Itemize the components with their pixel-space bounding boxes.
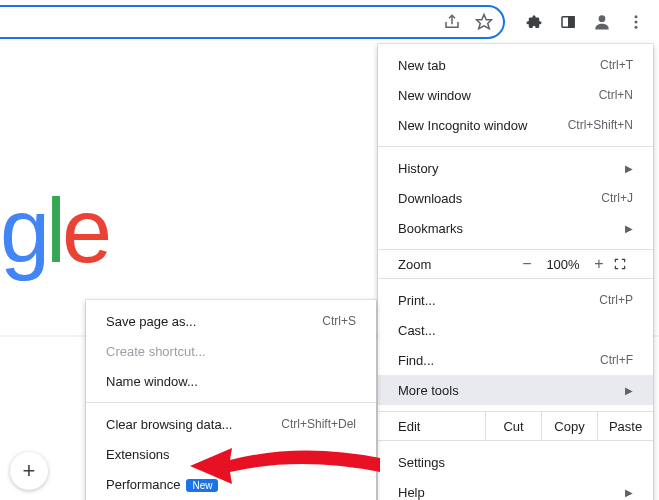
plus-icon: + [23,458,36,484]
menu-cast[interactable]: Cast... [378,315,653,345]
toolbar-actions [511,5,659,39]
new-tab-button[interactable]: + [10,452,48,490]
submenu-clear-data[interactable]: Clear browsing data...Ctrl+Shift+Del [86,409,376,439]
svg-rect-2 [569,17,574,28]
menu-new-tab[interactable]: New tabCtrl+T [378,50,653,80]
submenu-create-shortcut: Create shortcut... [86,336,376,366]
extensions-icon[interactable] [517,5,551,39]
side-panel-icon[interactable] [551,5,585,39]
submenu-save-page[interactable]: Save page as...Ctrl+S [86,306,376,336]
menu-settings[interactable]: Settings [378,447,653,477]
share-icon[interactable] [443,13,461,31]
svg-point-3 [599,15,606,22]
menu-zoom-row: Zoom − 100% + [378,249,653,279]
submenu-arrow-icon: ▶ [625,487,633,498]
svg-point-6 [635,26,638,29]
menu-separator [86,402,376,403]
star-icon[interactable] [475,13,493,31]
logo-letter-e: e [62,181,108,281]
menu-downloads[interactable]: DownloadsCtrl+J [378,183,653,213]
submenu-arrow-icon: ▶ [625,223,633,234]
browser-toolbar [0,0,659,44]
zoom-in-button[interactable]: + [585,255,613,273]
menu-more-tools[interactable]: More tools▶ [378,375,653,405]
svg-marker-0 [477,15,492,29]
submenu-name-window[interactable]: Name window... [86,366,376,396]
omnibox[interactable] [0,5,505,39]
cut-button[interactable]: Cut [485,412,541,440]
menu-history[interactable]: History▶ [378,153,653,183]
menu-print[interactable]: Print...Ctrl+P [378,285,653,315]
zoom-out-button[interactable]: − [513,255,541,273]
logo-letter-l: l [46,181,62,281]
more-icon[interactable] [619,5,653,39]
menu-separator [378,146,653,147]
main-menu: New tabCtrl+T New windowCtrl+N New Incog… [378,44,653,500]
edit-label: Edit [398,419,485,434]
zoom-value: 100% [541,257,585,272]
menu-find[interactable]: Find...Ctrl+F [378,345,653,375]
menu-edit-row: Edit Cut Copy Paste [378,411,653,441]
new-badge: New [186,479,218,492]
svg-point-5 [635,21,638,24]
submenu-performance[interactable]: PerformanceNew [86,469,376,499]
menu-help[interactable]: Help▶ [378,477,653,500]
svg-point-4 [635,15,638,18]
profile-icon[interactable] [585,5,619,39]
submenu-arrow-icon: ▶ [625,385,633,396]
menu-incognito[interactable]: New Incognito windowCtrl+Shift+N [378,110,653,140]
zoom-label: Zoom [398,257,513,272]
menu-new-window[interactable]: New windowCtrl+N [378,80,653,110]
submenu-extensions[interactable]: Extensions [86,439,376,469]
copy-button[interactable]: Copy [541,412,597,440]
google-logo-fragment: gle [0,180,108,283]
paste-button[interactable]: Paste [597,412,653,440]
submenu-arrow-icon: ▶ [625,163,633,174]
more-tools-submenu: Save page as...Ctrl+S Create shortcut...… [86,300,376,500]
fullscreen-icon[interactable] [613,257,641,271]
logo-letter-g: g [0,181,46,281]
menu-bookmarks[interactable]: Bookmarks▶ [378,213,653,243]
